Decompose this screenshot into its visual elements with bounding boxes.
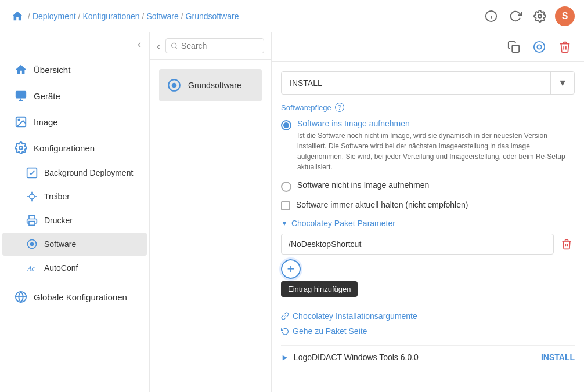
sidebar-item-konfigurationen[interactable]: Konfigurationen (2, 135, 147, 161)
option-ins-image-content: Software ins Image aufnehmen Ist die Sof… (297, 119, 575, 172)
sidebar-item-geraete[interactable]: Geräte (2, 83, 147, 108)
breadcrumb: / Deployment / Konfigurationen / Softwar… (9, 8, 239, 24)
param-input[interactable] (281, 234, 554, 255)
option-nicht-ins-image: Software nicht ins Image aufnehmen (281, 179, 575, 193)
breadcrumb-konfigurationen[interactable]: Konfigurationen (82, 12, 139, 21)
main-layout: ‹ Übersicht Geräte Image (0, 32, 584, 392)
sidebar-item-drucker-label: Drucker (44, 216, 73, 225)
copy-button[interactable] (504, 37, 524, 57)
radio-nicht-ins-image[interactable] (281, 182, 291, 192)
sidebar-item-konfigurationen-label: Konfigurationen (34, 143, 95, 153)
logo-expand-arrow-icon[interactable]: ► (281, 353, 289, 362)
breadcrumb-sep-2: / (78, 12, 81, 21)
install-dropdown-arrow-icon[interactable]: ▼ (550, 72, 574, 94)
softwarepflege-label[interactable]: Softwarepflege (281, 103, 331, 112)
svg-point-25 (172, 84, 176, 88)
sidebar-item-image-label: Image (34, 117, 58, 127)
image-icon (14, 115, 28, 129)
header-actions: S (482, 6, 575, 26)
middle-panel-header: ‹ (150, 32, 271, 60)
sidebar-item-software-label: Software (44, 239, 76, 249)
header: / Deployment / Konfigurationen / Softwar… (0, 0, 584, 32)
sidebar-item-uebersicht-label: Übersicht (34, 65, 70, 75)
logo-section-label: LogoDIDACT Windows Tools 6.0.0 (294, 353, 419, 362)
logo-install-button[interactable]: INSTALL (541, 353, 575, 362)
sidebar-item-image[interactable]: Image (2, 109, 147, 135)
sidebar-item-uebersicht[interactable]: Übersicht (2, 57, 147, 82)
refresh-button[interactable] (506, 7, 525, 26)
goto-paket-seite-label: Gehe zu Paket Seite (293, 326, 367, 336)
sidebar-item-autoconf-label: AutoConf (44, 263, 78, 273)
svg-point-18 (31, 243, 34, 246)
radio-ins-image-inner (283, 122, 289, 128)
logo-section-left: ► LogoDIDACT Windows Tools 6.0.0 (281, 353, 419, 362)
param-delete-button[interactable] (558, 236, 575, 252)
settings-button[interactable] (531, 7, 549, 26)
sidebar-item-globale-konfigurationen-label: Globale Konfigurationen (34, 292, 127, 302)
delete-button[interactable] (555, 37, 575, 57)
svg-point-28 (537, 45, 541, 49)
right-panel-toolbar (272, 32, 584, 62)
sidebar-item-software[interactable]: Software (2, 233, 147, 256)
middle-item-grundsoftware[interactable]: Grundsoftware (159, 69, 262, 101)
svg-point-22 (171, 43, 176, 48)
softwarepflege-help-icon[interactable]: ? (335, 103, 344, 112)
goto-paket-seite-link[interactable]: Gehe zu Paket Seite (281, 326, 575, 336)
middle-items-list: Grundsoftware (150, 60, 271, 111)
breadcrumb-software[interactable]: Software (146, 12, 178, 21)
chocolatey-section-label: Chocolatey Paket Parameter (291, 219, 395, 228)
back-button[interactable]: ‹ (157, 39, 161, 53)
software-icon (26, 238, 38, 251)
background-deployment-icon (26, 166, 38, 179)
middle-item-grundsoftware-label: Grundsoftware (188, 81, 241, 90)
chocolatey-collapsible-header[interactable]: ▼ Chocolatey Paket Parameter (281, 219, 575, 228)
choc-install-args-link[interactable]: Chocolatey Installationsargumente (281, 311, 575, 321)
home-icon (14, 63, 28, 77)
sidebar-item-background-deployment[interactable]: Background Deployment (2, 161, 147, 184)
sidebar-collapse-button[interactable]: ‹ (138, 38, 141, 50)
breadcrumb-grundsoftware: Grundsoftware (186, 12, 239, 21)
svg-point-8 (18, 119, 20, 121)
svg-rect-4 (16, 91, 26, 99)
global-icon (14, 290, 28, 304)
devices-icon (14, 89, 28, 103)
sidebar-item-drucker[interactable]: Drucker (2, 209, 147, 232)
radio-ins-image[interactable] (281, 120, 291, 130)
home-icon[interactable] (9, 8, 26, 24)
option-immer-aktuell-label: Software immer aktuell halten (nicht emp… (296, 200, 468, 209)
info-button[interactable] (482, 7, 500, 26)
sidebar-item-globale-konfigurationen[interactable]: Globale Konfigurationen (2, 284, 147, 310)
svg-rect-26 (512, 45, 519, 52)
choc-install-args-label: Chocolatey Installationsargumente (293, 311, 417, 321)
checkbox-immer-aktuell[interactable] (281, 201, 290, 210)
softwarepflege-section: Softwarepflege ? (281, 103, 575, 112)
sidebar: ‹ Übersicht Geräte Image (0, 32, 150, 392)
sidebar-item-autoconf[interactable]: Ac AutoConf (2, 256, 147, 280)
option-nicht-ins-image-label: Software nicht ins Image aufnehmen (297, 180, 429, 190)
image-circle-button[interactable] (529, 37, 549, 57)
drucker-icon (26, 214, 38, 227)
sidebar-nav: Übersicht Geräte Image Konfigurationen (0, 56, 149, 392)
collapsible-arrow-icon: ▼ (281, 219, 288, 227)
sidebar-toggle: ‹ (0, 32, 149, 56)
breadcrumb-sep: / (28, 12, 30, 21)
search-input[interactable] (181, 41, 259, 50)
breadcrumb-deployment[interactable]: Deployment (33, 12, 76, 21)
autoconf-icon: Ac (26, 262, 38, 274)
install-dropdown-label: INSTALL (282, 72, 550, 93)
user-avatar[interactable]: S (555, 6, 575, 26)
logo-section: ► LogoDIDACT Windows Tools 6.0.0 INSTALL (281, 345, 575, 369)
add-entry-tooltip: Eintrag hinzufügen (281, 281, 358, 297)
svg-point-27 (534, 42, 545, 52)
right-panel: INSTALL ▼ Softwarepflege ? Software ins … (272, 32, 584, 392)
add-entry-button[interactable]: + (281, 259, 301, 279)
sidebar-item-treiber-label: Treiber (44, 192, 70, 201)
install-dropdown[interactable]: INSTALL ▼ (281, 71, 575, 95)
option-ins-image-label: Software ins Image aufnehmen (297, 119, 575, 128)
search-icon (171, 42, 178, 50)
sidebar-item-treiber[interactable]: Treiber (2, 185, 147, 208)
svg-point-3 (538, 14, 542, 18)
goto-icon (281, 327, 289, 335)
svg-text:Ac: Ac (27, 265, 35, 273)
option-immer-aktuell: Software immer aktuell halten (nicht emp… (281, 199, 575, 212)
